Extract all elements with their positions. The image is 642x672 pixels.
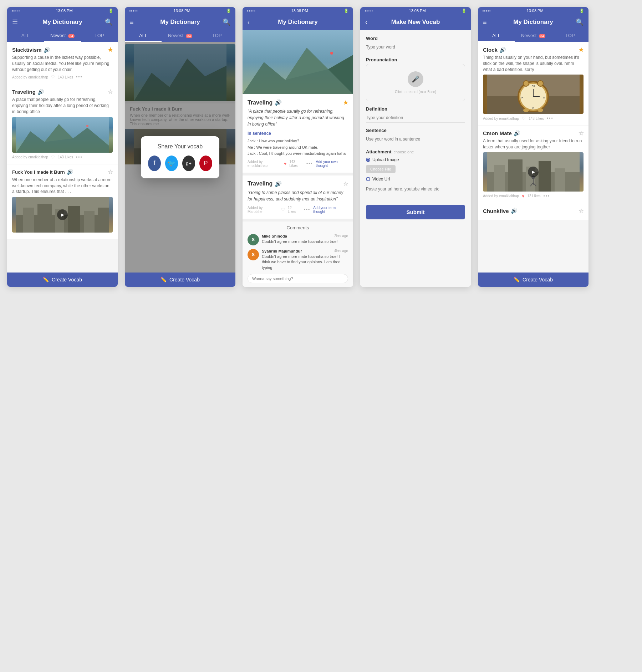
definition-input[interactable] (366, 113, 465, 123)
phone4-time: 13:08 PM (409, 9, 426, 13)
phone3-sound1[interactable]: 🔊 (275, 99, 282, 106)
phone3-heart2[interactable]: ♡ (281, 207, 285, 212)
word-group: Word (366, 36, 465, 52)
submit-button[interactable]: Submit (366, 205, 465, 219)
phone5-tab-all[interactable]: ALL (478, 30, 515, 42)
cmonmate-def: A term that usually used for asking your… (483, 138, 584, 150)
divider1 (243, 173, 353, 175)
traveling-star[interactable]: ☆ (108, 88, 113, 95)
phone3-add-thought1[interactable]: Add your own thought (316, 160, 348, 168)
chunkfive-sound-icon[interactable]: 🔊 (511, 208, 518, 214)
traveling-more[interactable]: ••• (76, 155, 83, 160)
clock-sound-icon[interactable]: 🔊 (500, 47, 506, 53)
choose-file-button[interactable]: Choose File (366, 165, 396, 173)
svg-text:VI: VI (532, 107, 535, 110)
phone3-sentence-2: Me : We were traveling around UK mate. (248, 144, 348, 151)
video-url-radio[interactable] (366, 177, 370, 181)
phone2-tab-all[interactable]: ALL (125, 30, 162, 42)
share-facebook-btn[interactable]: f (148, 156, 161, 171)
share-googleplus-btn[interactable]: g+ (182, 156, 195, 171)
clock-more[interactable]: ••• (547, 116, 554, 121)
traveling-sound-icon[interactable]: 🔊 (38, 89, 44, 95)
phone2-search-icon[interactable]: 🔍 (223, 18, 230, 26)
share-twitter-btn[interactable]: 🐦 (165, 156, 178, 171)
fyimib-image: ▶ (12, 197, 113, 233)
phone1-tab-all[interactable]: ALL (7, 30, 44, 42)
comment-input-row (248, 274, 348, 283)
phone1-menu-icon[interactable]: ☰ (12, 18, 18, 26)
vocab-card-cmonmate: Cmon Mate 🔊 ☆ A term that usually used f… (478, 126, 588, 203)
comment-input-field[interactable] (248, 274, 348, 283)
phone1-tab-newest[interactable]: Newest 34 (44, 30, 81, 42)
phone2-create-vocab[interactable]: ✏️ Create Vocab (125, 273, 235, 287)
phone3-in-sentence-label: In sentence (248, 131, 348, 136)
phone3-sound2[interactable]: 🔊 (275, 180, 282, 187)
phone2-tab-newest[interactable]: Newest 34 (162, 30, 198, 42)
svg-rect-42 (508, 159, 523, 192)
svg-point-35 (523, 81, 529, 86)
phone2-menu-icon[interactable]: ≡ (130, 19, 134, 26)
phone5-time: 13:08 PM (527, 9, 544, 13)
phone2-signal: ●●●○○ (129, 9, 138, 12)
sentence-group: Sentence (366, 128, 465, 144)
word-input[interactable] (366, 42, 465, 52)
fyimib-play[interactable]: ▶ (57, 209, 68, 220)
cmonmate-play[interactable]: ▶ (528, 167, 539, 177)
phone2-tab-top[interactable]: TOP (199, 30, 235, 42)
traveling-heart[interactable]: ♡ (51, 155, 55, 160)
cmonmate-star[interactable]: ☆ (579, 130, 584, 137)
svg-point-3 (86, 125, 88, 127)
upload-image-label: Upload Image (372, 157, 399, 162)
clock-heart[interactable]: ♡ (522, 116, 526, 121)
upload-image-radio[interactable] (366, 158, 370, 162)
phone3-back-icon[interactable]: ‹ (248, 19, 250, 26)
fyimib-star[interactable]: ☆ (108, 169, 113, 175)
phone3-heart1[interactable]: ♥ (284, 161, 286, 166)
phone3-battery: 🔋 (344, 9, 349, 13)
cmonmate-sound-icon[interactable]: 🔊 (514, 130, 520, 137)
phone1-tab-top[interactable]: TOP (81, 30, 118, 42)
phone5-create-vocab[interactable]: ✏️ Create Vocab (478, 273, 588, 287)
phone-5: ●●●●○ 13:08 PM 🔋 ≡ My Dictionary 🔍 ALL N… (478, 7, 588, 287)
phone5-search-icon[interactable]: 🔍 (576, 18, 584, 26)
phone5-tab-top[interactable]: TOP (552, 30, 588, 42)
pronunciation-label: Pronunciation (366, 57, 465, 62)
phone1-search-icon[interactable]: 🔍 (105, 18, 113, 26)
traveling-def: A place that people usually go for refre… (12, 97, 113, 114)
phone5-menu-icon[interactable]: ≡ (483, 19, 487, 26)
comment2-time: 4hrs ago (334, 249, 348, 253)
phone4-title: Make New Vocab (391, 19, 440, 26)
vocab-card-traveling: Traveling 🔊 ☆ A place that people usuall… (7, 84, 118, 164)
phone3-star1[interactable]: ★ (343, 99, 348, 106)
slacktivism-star[interactable]: ★ (108, 46, 113, 53)
clock-image: XII III VI IX (483, 75, 584, 114)
cmonmate-heart[interactable]: ♥ (522, 194, 524, 199)
fyimib-sound-icon[interactable]: 🔊 (67, 169, 73, 175)
phone3-star2[interactable]: ☆ (343, 180, 348, 187)
video-url-input[interactable] (366, 184, 465, 194)
phone1-battery: 🔋 (108, 9, 113, 13)
phone3-add-thought2[interactable]: Add your term thought (313, 206, 348, 214)
sentence-input[interactable] (366, 134, 465, 144)
mic-hint: Click to record (max 5sec) (395, 90, 436, 94)
clock-star[interactable]: ★ (579, 46, 584, 53)
phone3-title: My Dictionary (278, 19, 317, 26)
phone-1: ●●○○○ 13:08 PM 🔋 ☰ My Dictionary 🔍 ALL N… (7, 7, 118, 287)
phone5-tab-newest[interactable]: Newest 34 (515, 30, 551, 42)
slacktivism-heart[interactable]: ♡ (51, 75, 55, 80)
phone2-header: ≡ My Dictionary 🔍 (125, 14, 235, 30)
cmonmate-more[interactable]: ••• (544, 194, 550, 199)
slacktivism-sound-icon[interactable]: 🔊 (44, 47, 50, 53)
phone1-create-vocab[interactable]: ✏️ Create Vocab (7, 273, 118, 287)
slacktivism-more[interactable]: ••• (76, 75, 83, 80)
mic-button[interactable]: 🎤 (408, 71, 423, 87)
phone3-more1[interactable]: ••• (306, 161, 313, 166)
phone3-traveling-1: Traveling 🔊 ★ "A place that people usual… (243, 94, 353, 173)
phone4-back-icon[interactable]: ‹ (365, 19, 367, 26)
phone3-more2[interactable]: ••• (304, 207, 311, 212)
phone5-content: Clock 🔊 ★ Thing that usually on your han… (478, 42, 588, 273)
chunkfive-star[interactable]: ☆ (579, 208, 584, 214)
share-pinterest-btn[interactable]: P (199, 156, 212, 171)
phone1-title: My Dictionary (42, 19, 82, 26)
comment2-text: Couldn't agree more mate haahaha so true… (262, 254, 348, 270)
